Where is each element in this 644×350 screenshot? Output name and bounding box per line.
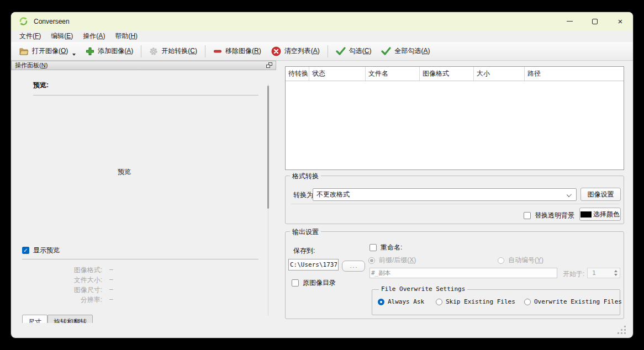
remove-image-icon xyxy=(213,47,222,56)
close-button[interactable]: × xyxy=(608,12,633,30)
maximize-button[interactable] xyxy=(582,12,608,30)
always-ask-label: Always Ask xyxy=(388,298,424,305)
always-ask-option: Always Ask xyxy=(378,298,424,305)
app-window: Converseen × 文件(F) 编辑(E) 操作(A) 帮助(H) 打开图… xyxy=(11,12,633,338)
show-preview-label: 显示预览 xyxy=(33,246,60,255)
file-size-row: 文件大小: – xyxy=(11,275,155,285)
image-format-row: 图像格式: – xyxy=(11,266,155,275)
image-dimensions-label: 图像尺寸: xyxy=(11,285,102,295)
menu-actions[interactable]: 操作(A) xyxy=(78,30,110,42)
column-image-format[interactable]: 图像格式 xyxy=(420,67,474,81)
preview-placeholder: 预览 xyxy=(33,167,215,177)
start-conversion-label: 开始转换(C) xyxy=(161,46,197,56)
rename-label: 重命名: xyxy=(381,243,402,252)
clear-list-label: 清空列表(A) xyxy=(284,46,320,56)
column-path[interactable]: 路径 xyxy=(525,67,624,81)
window-title: Converseen xyxy=(34,18,70,25)
show-preview-checkbox[interactable]: ✓ xyxy=(22,247,29,254)
image-format-label: 图像格式: xyxy=(11,266,102,275)
panel-scrollbar-thumb[interactable] xyxy=(267,86,269,209)
replace-transparent-bg-checkbox[interactable] xyxy=(524,212,531,219)
format-conversion-group: 格式转换 转换为: 不更改格式 图像设置 替换透明背景 选择颜色 xyxy=(285,176,624,224)
image-settings-button[interactable]: 图像设置 xyxy=(580,188,621,201)
spinner-arrows[interactable] xyxy=(614,270,620,276)
file-size-value: – xyxy=(109,275,113,285)
menu-file[interactable]: 文件(F) xyxy=(14,30,46,42)
actions-panel: 预览: 预览 ✓ 显示预览 图像格式: – 文件大小: – 图像尺寸: – 分辨… xyxy=(11,70,276,323)
convert-to-label: 转换为: xyxy=(293,190,315,200)
toolbar-separator xyxy=(328,45,328,57)
toolbar-separator xyxy=(141,45,141,57)
spinner-up-icon[interactable] xyxy=(614,270,617,272)
original-dir-row: 原图像目录 xyxy=(292,278,336,288)
rename-pattern-input[interactable] xyxy=(369,268,557,278)
start-at-spinner[interactable]: 1 xyxy=(587,268,620,278)
original-dir-label: 原图像目录 xyxy=(303,278,336,288)
menu-edit[interactable]: 编辑(E) xyxy=(46,30,78,42)
resize-grip[interactable] xyxy=(617,326,626,334)
titlebar: Converseen × xyxy=(11,12,633,30)
choose-color-button[interactable]: 选择颜色 xyxy=(579,208,621,221)
color-swatch xyxy=(580,211,592,218)
app-logo-icon xyxy=(19,17,28,26)
tab-rotate-flip[interactable]: 旋转和翻转 xyxy=(47,315,93,323)
rename-checkbox[interactable] xyxy=(369,244,377,251)
always-ask-radio[interactable] xyxy=(378,299,384,305)
check-all-button[interactable]: 全部勾选(A) xyxy=(376,44,435,59)
original-dir-checkbox[interactable] xyxy=(292,279,299,287)
browse-button[interactable]: . . . xyxy=(342,261,365,272)
skip-existing-radio[interactable] xyxy=(436,299,442,305)
resolution-row: 分辨率: – xyxy=(11,295,155,305)
column-size[interactable]: 大小 xyxy=(474,67,525,81)
menu-help[interactable]: 帮助(H) xyxy=(110,30,142,42)
auto-number-radio[interactable] xyxy=(498,257,504,264)
column-status[interactable]: 状态 xyxy=(309,67,366,81)
file-size-label: 文件大小: xyxy=(11,275,102,285)
choose-color-label: 选择颜色 xyxy=(593,210,620,219)
divider xyxy=(291,204,619,204)
actions-panel-title: 操作面板(N) xyxy=(15,61,47,70)
resolution-value: – xyxy=(109,295,113,305)
check-all-label: 全部勾选(A) xyxy=(394,46,430,56)
rename-row: 重命名: xyxy=(369,243,402,252)
divider xyxy=(22,259,258,259)
check-button[interactable]: 勾选(C) xyxy=(331,44,377,59)
file-overwrite-group: File Overwrite Settings Always Ask Skip … xyxy=(372,289,620,315)
preview-caption: 预览: xyxy=(33,81,49,90)
image-settings-label: 图像设置 xyxy=(588,190,614,199)
add-image-button[interactable]: 添加图像(A) xyxy=(81,44,138,59)
column-filename[interactable]: 文件名 xyxy=(366,67,420,81)
start-conversion-button[interactable]: 开始转换(C) xyxy=(144,44,202,59)
prefix-suffix-radio[interactable] xyxy=(368,257,375,264)
minimize-button[interactable] xyxy=(557,12,582,30)
prefix-suffix-option: 前缀/后缀(X) xyxy=(368,256,416,265)
chevron-down-icon xyxy=(567,192,572,197)
clear-list-button[interactable]: 清空列表(A) xyxy=(266,44,325,59)
add-image-label: 添加图像(A) xyxy=(98,46,133,56)
open-image-icon xyxy=(19,47,29,56)
skip-existing-option: Skip Existing Files xyxy=(436,298,515,305)
tab-size[interactable]: 尺寸 xyxy=(22,315,47,323)
output-group-title: 输出设置 xyxy=(290,227,321,237)
overwrite-existing-radio[interactable] xyxy=(524,299,531,305)
spinner-down-icon[interactable] xyxy=(614,274,617,276)
close-icon: × xyxy=(618,17,623,25)
maximize-icon xyxy=(592,19,598,24)
image-dimensions-row: 图像尺寸: – xyxy=(11,285,155,295)
file-list-table[interactable]: 待转换 状态 文件名 图像格式 大小 路径 xyxy=(285,66,624,170)
toolbar: 打开图像(O) 添加图像(A) 开始转换(C) 移除图像(R) xyxy=(11,42,633,61)
check-icon xyxy=(336,47,346,55)
save-path-input[interactable] xyxy=(288,259,339,271)
add-image-icon xyxy=(86,47,94,56)
overwrite-existing-label: Overwrite Existing Files xyxy=(534,298,622,305)
remove-image-button[interactable]: 移除图像(R) xyxy=(208,44,266,59)
format-select[interactable]: 不更改格式 xyxy=(313,188,577,201)
column-to-convert[interactable]: 待转换 xyxy=(286,67,309,81)
panel-float-button[interactable] xyxy=(266,62,273,69)
auto-number-label: 自动编号(Y) xyxy=(508,256,543,265)
auto-number-option: 自动编号(Y) xyxy=(498,256,543,265)
actions-panel-header[interactable]: 操作面板(N) xyxy=(11,61,276,70)
open-image-dropdown-icon[interactable] xyxy=(72,54,76,56)
menubar: 文件(F) 编辑(E) 操作(A) 帮助(H) xyxy=(11,30,633,42)
open-image-button[interactable]: 打开图像(O) xyxy=(14,44,81,59)
